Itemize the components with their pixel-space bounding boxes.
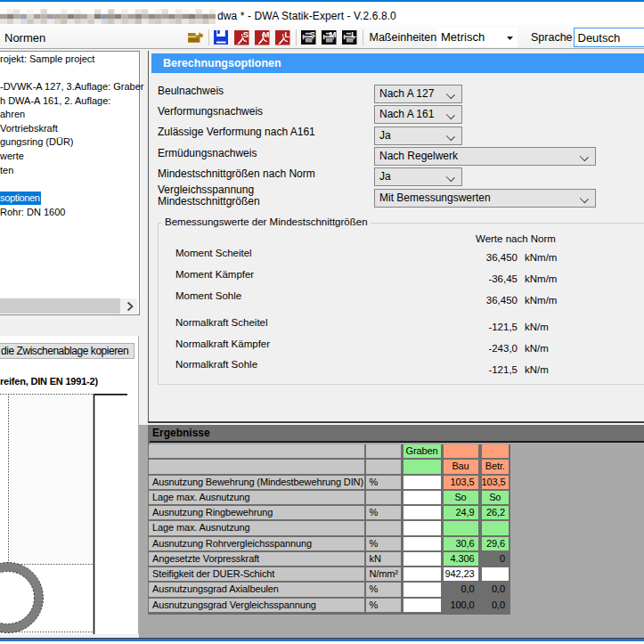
svg-text:S: S [243, 30, 249, 39]
svg-text:M: M [329, 30, 336, 39]
svg-text:L: L [351, 30, 356, 39]
svg-text:M: M [262, 30, 269, 39]
svg-text:L: L [284, 30, 289, 39]
svg-text:S: S [310, 30, 315, 39]
